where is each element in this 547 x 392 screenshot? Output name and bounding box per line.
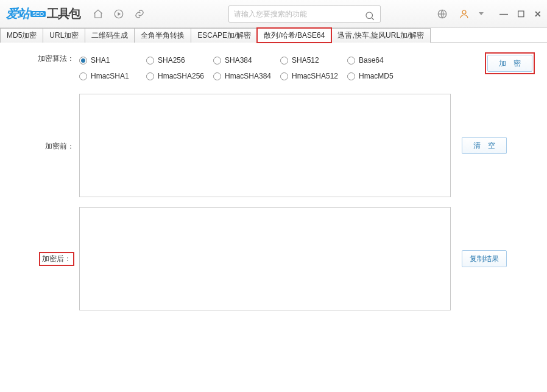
algo-radios: SHA1 SHA256 SHA384 SHA512 Base64 HmacSHA…: [79, 52, 420, 84]
radio-dot-icon: [79, 72, 87, 80]
radio-dot-icon: [280, 57, 288, 65]
tab-hash-base64[interactable]: 散列/哈希/BASE64: [257, 28, 331, 43]
home-icon[interactable]: [90, 5, 107, 23]
radio-base64[interactable]: Base64: [347, 52, 414, 68]
radio-dot-icon: [347, 57, 355, 65]
radio-dot-icon: [79, 57, 87, 65]
clear-button[interactable]: 清 空: [462, 137, 507, 154]
after-label: 加密后：: [39, 252, 74, 266]
close-button[interactable]: ✕: [532, 9, 543, 19]
tab-escape[interactable]: ESCAPE加/解密: [191, 28, 258, 43]
tab-xunlei[interactable]: 迅雷,快车,旋风URL加/解密: [331, 28, 431, 43]
radio-hmacsha256[interactable]: HmacSHA256: [146, 68, 213, 84]
encrypt-button[interactable]: 加 密: [487, 55, 532, 72]
radio-hmacsha512[interactable]: HmacSHA512: [280, 68, 347, 84]
user-icon[interactable]: [456, 5, 473, 23]
logo-cn-text: 工具包: [47, 5, 80, 22]
svg-point-1: [366, 12, 373, 19]
logo-main-text: 爱站: [6, 5, 29, 22]
logo-seo-badge: SEO: [30, 11, 46, 17]
radio-sha1[interactable]: SHA1: [79, 52, 146, 68]
input-textarea[interactable]: [79, 94, 451, 197]
tab-url[interactable]: URL加密: [43, 28, 85, 43]
encrypt-button-wrap: 加 密: [485, 52, 535, 74]
tab-md5[interactable]: MD5加密: [0, 28, 43, 43]
window-controls: — ☐ ✕: [498, 9, 543, 19]
output-row: 加密后： 复制结果: [12, 207, 535, 310]
search-input[interactable]: [228, 5, 381, 23]
before-label: 加密前：: [12, 140, 79, 152]
input-row: 加密前： 清 空: [12, 94, 535, 197]
link-icon[interactable]: [131, 5, 148, 23]
globe-icon[interactable]: [434, 5, 451, 23]
play-icon[interactable]: [110, 5, 127, 23]
minimize-button[interactable]: —: [498, 9, 509, 19]
radio-hmacsha1[interactable]: HmacSHA1: [79, 68, 146, 84]
after-label-wrap: 加密后：: [12, 252, 79, 266]
tab-qrcode[interactable]: 二维码生成: [85, 28, 135, 43]
output-textarea[interactable]: [79, 207, 451, 310]
algo-row: 加密算法： SHA1 SHA256 SHA384 SHA512 Base64 H…: [12, 52, 535, 84]
search-icon[interactable]: [361, 7, 378, 24]
content-area: 加 密 加密算法： SHA1 SHA256 SHA384 SHA512 Base…: [0, 43, 547, 326]
maximize-button[interactable]: ☐: [515, 9, 526, 19]
svg-point-3: [462, 10, 466, 14]
radio-dot-icon: [213, 72, 221, 80]
copy-result-button[interactable]: 复制结果: [462, 250, 507, 267]
user-dropdown-caret[interactable]: [479, 12, 484, 15]
titlebar: 爱站 SEO 工具包 — ☐ ✕: [0, 0, 547, 28]
radio-sha512[interactable]: SHA512: [280, 52, 347, 68]
radio-dot-icon: [146, 57, 154, 65]
tabbar: MD5加密 URL加密 二维码生成 全角半角转换 ESCAPE加/解密 散列/哈…: [0, 28, 547, 43]
radio-dot-icon: [280, 72, 288, 80]
radio-sha384[interactable]: SHA384: [213, 52, 280, 68]
radio-dot-icon: [347, 72, 355, 80]
algo-label: 加密算法：: [12, 52, 79, 64]
radio-hmacsha384[interactable]: HmacSHA384: [213, 68, 280, 84]
radio-dot-icon: [146, 72, 154, 80]
radio-hmacmd5[interactable]: HmacMD5: [347, 68, 414, 84]
tab-fullhalf[interactable]: 全角半角转换: [134, 28, 191, 43]
search-wrap: [228, 5, 381, 23]
app-logo: 爱站 SEO 工具包: [6, 5, 80, 22]
radio-sha256[interactable]: SHA256: [146, 52, 213, 68]
radio-dot-icon: [213, 57, 221, 65]
